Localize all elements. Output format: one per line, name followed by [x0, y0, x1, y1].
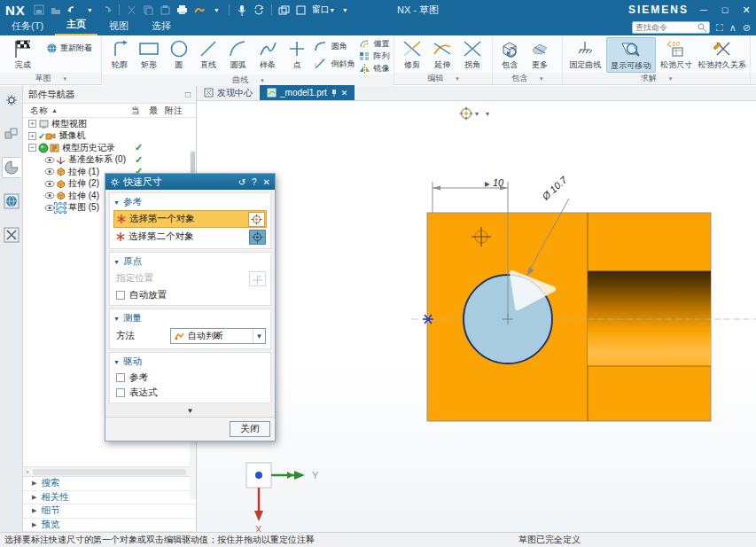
- eye-icon[interactable]: [44, 155, 55, 165]
- section-search[interactable]: ▶搜索: [23, 477, 196, 491]
- fullscreen-icon[interactable]: ⛶: [716, 22, 723, 34]
- dialog-collapse-handle[interactable]: ▼: [109, 406, 271, 417]
- fillet-button[interactable]: 圆角: [312, 37, 356, 55]
- assembly-navigator-icon[interactable]: [2, 123, 21, 145]
- fix-curve-button[interactable]: 固定曲线: [565, 37, 605, 71]
- driving-header[interactable]: ▼驱动: [113, 355, 267, 370]
- expression-checkbox-row[interactable]: 表达式: [113, 385, 267, 400]
- tree-item-model-views[interactable]: + 模型视图: [23, 118, 196, 130]
- part-navigator-icon[interactable]: [2, 157, 21, 178]
- reference-checkbox[interactable]: [116, 373, 125, 382]
- reference-checkbox-row[interactable]: 参考: [113, 370, 267, 385]
- command-search[interactable]: [632, 21, 710, 34]
- group-dialog-launcher[interactable]: ▾: [456, 75, 459, 82]
- paste-icon[interactable]: [160, 4, 172, 16]
- group-dialog-launcher[interactable]: ▾: [63, 75, 66, 82]
- save-icon[interactable]: [33, 4, 45, 16]
- maximize-window-icon[interactable]: [295, 4, 308, 16]
- close-tab-icon[interactable]: ✕: [341, 89, 348, 98]
- dialog-close-icon[interactable]: ✕: [263, 177, 270, 187]
- pattern-button[interactable]: 阵列: [357, 50, 391, 62]
- chamfer-button[interactable]: 倒斜角: [312, 55, 356, 73]
- sketch-viewport[interactable]: ▾ ▾: [197, 101, 756, 532]
- arc-button[interactable]: 圆弧: [223, 37, 252, 71]
- rectangle-button[interactable]: 矩形: [135, 37, 163, 71]
- cut-icon[interactable]: [126, 4, 138, 16]
- command-search-input[interactable]: [633, 23, 697, 32]
- origin-header[interactable]: ▼原点: [113, 254, 267, 270]
- relax-dimension-button[interactable]: 10 松弛尺寸: [657, 37, 697, 71]
- help-icon[interactable]: ⊘: [743, 22, 751, 34]
- show-movable-button[interactable]: 显示可移动: [606, 37, 656, 73]
- collapse-icon[interactable]: −: [28, 144, 36, 152]
- undo-dropdown-icon[interactable]: ▾: [83, 4, 96, 16]
- tab-task[interactable]: 任务(T): [0, 18, 55, 35]
- section-details[interactable]: ▶细节: [23, 504, 196, 519]
- eye-icon[interactable]: [44, 167, 55, 176]
- orient-more-button[interactable]: ▾: [486, 110, 489, 118]
- eye-icon[interactable]: [44, 179, 55, 189]
- line-button[interactable]: 直线: [194, 37, 222, 71]
- pin-icon[interactable]: [331, 89, 338, 98]
- expression-checkbox[interactable]: [116, 388, 125, 397]
- eye-icon[interactable]: [44, 203, 55, 213]
- eye-icon[interactable]: [44, 191, 55, 200]
- undock-panel-icon[interactable]: □: [185, 90, 191, 99]
- undo-icon[interactable]: [66, 4, 79, 16]
- sketch-origin-button[interactable]: ▾: [459, 106, 479, 121]
- dialog-titlebar[interactable]: 快速尺寸 ↺ ? ✕: [105, 174, 275, 190]
- expand-icon[interactable]: +: [28, 132, 36, 140]
- method-dropdown[interactable]: 自动判断 ▼: [170, 328, 266, 344]
- tab-model1[interactable]: _model1.prt ✕: [260, 85, 355, 100]
- tree-item-model-history[interactable]: − 模型历史记录 ✓: [23, 142, 196, 154]
- first-object-picker-button[interactable]: [248, 212, 265, 227]
- bore-cylinder-face[interactable]: [588, 271, 711, 366]
- web-browser-icon[interactable]: [2, 191, 21, 212]
- tree-horizontal-scrollbar[interactable]: ‹ ›: [23, 466, 196, 476]
- offset-button[interactable]: 偏置: [357, 37, 391, 50]
- close-button[interactable]: ✕: [740, 4, 752, 16]
- diameter-dimension-text[interactable]: Ø 10.7: [539, 174, 569, 202]
- reattach-button[interactable]: 重新附着: [44, 39, 94, 57]
- microphone-icon[interactable]: [236, 4, 248, 16]
- tree-item-datum-csys[interactable]: 基准坐标系 (0) ✓: [23, 154, 196, 167]
- dialog-reset-icon[interactable]: ↺: [238, 177, 246, 187]
- scroll-left-icon[interactable]: ‹: [23, 468, 32, 476]
- redo-icon[interactable]: [100, 4, 113, 16]
- cascade-window-icon[interactable]: [278, 4, 291, 16]
- section-dependencies[interactable]: ▶相关性: [23, 491, 196, 505]
- close-dialog-button[interactable]: 关闭: [230, 421, 270, 437]
- tab-discovery-center[interactable]: 发现中心: [197, 85, 260, 100]
- sync-icon[interactable]: [253, 4, 265, 16]
- column-latest[interactable]: 最: [149, 105, 158, 117]
- qat-customize-icon[interactable]: ▾: [339, 4, 351, 16]
- include-button[interactable]: 包含: [495, 37, 525, 71]
- touch-dropdown-icon[interactable]: ▾: [210, 4, 222, 16]
- relax-persistent-button[interactable]: 松弛持久关系: [698, 37, 747, 71]
- more-button[interactable]: 更多: [526, 37, 555, 71]
- tab-selection[interactable]: 选择: [140, 18, 183, 35]
- open-icon[interactable]: [50, 4, 62, 16]
- column-current[interactable]: 当: [131, 105, 140, 117]
- spline-button[interactable]: 样条: [253, 37, 282, 71]
- column-name[interactable]: 名称: [23, 105, 48, 117]
- select-first-object-row[interactable]: 选择第一个对象: [113, 210, 267, 228]
- width-dimension-text[interactable]: 10: [493, 177, 504, 188]
- group-dialog-launcher[interactable]: ▾: [669, 75, 673, 82]
- expand-icon[interactable]: +: [28, 120, 36, 128]
- profile-button[interactable]: 轮廓: [105, 37, 133, 71]
- minimize-ribbon-icon[interactable]: ∧: [729, 22, 737, 34]
- auto-placement-row[interactable]: 自动放置: [113, 287, 267, 302]
- auto-placement-checkbox[interactable]: [116, 291, 125, 300]
- corner-button[interactable]: 拐角: [457, 37, 487, 71]
- tree-item-cameras[interactable]: + ✓ 摄像机: [23, 130, 196, 143]
- tab-home[interactable]: 主页: [55, 16, 97, 35]
- circle-button[interactable]: 圆: [164, 37, 192, 71]
- rapid-dimension-dialog[interactable]: 快速尺寸 ↺ ? ✕ ▼参考 选择第一个对象 选择第二个对象: [105, 173, 276, 442]
- finish-sketch-button[interactable]: 完成: [3, 37, 43, 71]
- print-icon[interactable]: [176, 4, 189, 16]
- minimize-button[interactable]: ─: [698, 4, 710, 15]
- tab-view[interactable]: 视图: [97, 18, 140, 35]
- copy-icon[interactable]: [143, 4, 155, 16]
- measure-header[interactable]: ▼测量: [113, 311, 267, 326]
